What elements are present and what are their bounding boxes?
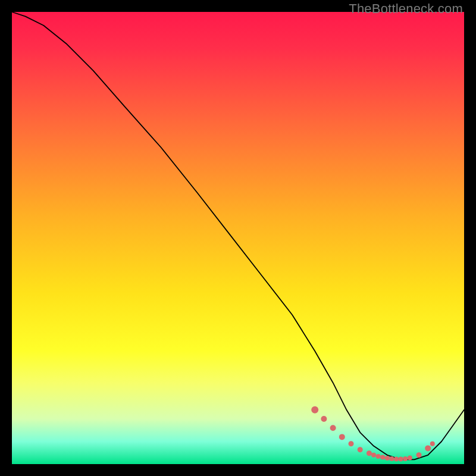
marker-dot [416, 452, 422, 458]
marker-dot [376, 454, 381, 459]
marker-dot [311, 406, 318, 414]
marker-dot [371, 453, 376, 458]
marker-dot [403, 456, 408, 461]
chart-stage: TheBottleneck.com [0, 0, 476, 476]
marker-dot [380, 455, 385, 460]
marker-group [311, 406, 435, 462]
marker-dot [425, 445, 431, 451]
marker-dot [349, 441, 354, 446]
curve-path [12, 12, 464, 459]
marker-dot [367, 450, 372, 456]
marker-dot [358, 447, 363, 452]
watermark-text: TheBottleneck.com [349, 1, 463, 17]
marker-dot [408, 455, 412, 460]
marker-dot [321, 416, 327, 422]
chart-overlay [12, 12, 464, 464]
marker-dot [399, 457, 403, 462]
marker-dot [389, 456, 394, 461]
marker-dot [430, 441, 435, 446]
plot-area [12, 12, 464, 464]
marker-dot [330, 425, 336, 431]
marker-dot [394, 457, 399, 462]
marker-dot [339, 434, 345, 440]
marker-dot [385, 456, 390, 461]
